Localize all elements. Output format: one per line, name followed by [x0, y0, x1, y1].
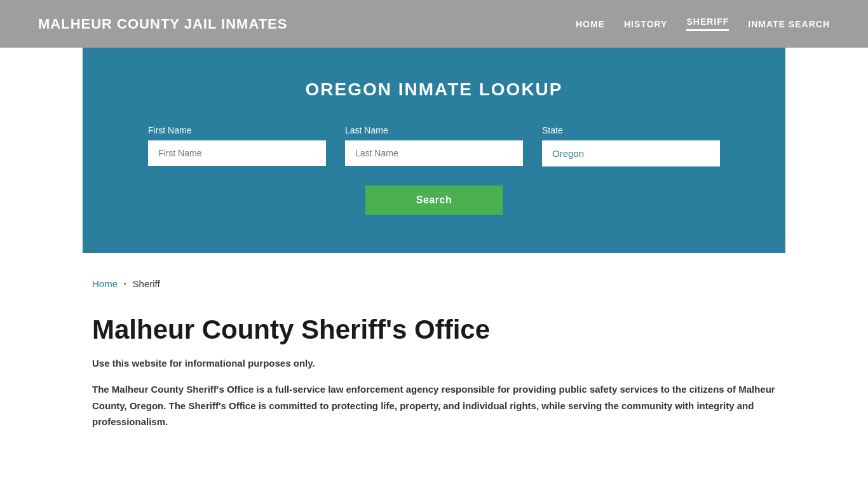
page-heading: Malheur County Sheriff's Office: [92, 315, 776, 345]
main-content: Malheur County Sheriff's Office Use this…: [0, 302, 868, 456]
last-name-group: Last Name: [345, 125, 523, 166]
state-group: State: [542, 125, 720, 166]
first-name-input[interactable]: [148, 140, 326, 166]
last-name-label: Last Name: [345, 125, 523, 135]
content-subtitle: Use this website for informational purpo…: [92, 358, 776, 369]
nav-history[interactable]: HISTORY: [624, 19, 667, 29]
state-input[interactable]: [542, 140, 720, 166]
header: MALHEUR COUNTY JAIL INMATES HOME HISTORY…: [0, 0, 868, 48]
breadcrumb: Home • Sheriff: [0, 253, 868, 302]
nav-inmate-search[interactable]: INMATE SEARCH: [748, 19, 830, 29]
search-button[interactable]: Search: [365, 186, 503, 215]
search-section: OREGON INMATE LOOKUP First Name Last Nam…: [83, 48, 785, 253]
search-fields: First Name Last Name State: [121, 125, 747, 166]
breadcrumb-current: Sheriff: [133, 278, 160, 289]
first-name-label: First Name: [148, 125, 326, 135]
last-name-input[interactable]: [345, 140, 523, 166]
breadcrumb-separator: •: [124, 280, 126, 287]
state-label: State: [542, 125, 720, 135]
site-title: MALHEUR COUNTY JAIL INMATES: [38, 16, 287, 32]
nav-sheriff[interactable]: SHERIFF: [686, 17, 729, 31]
content-description: The Malheur County Sheriff's Office is a…: [92, 381, 776, 430]
search-button-wrap: Search: [121, 186, 747, 215]
search-title: OREGON INMATE LOOKUP: [121, 79, 747, 100]
breadcrumb-home[interactable]: Home: [92, 278, 118, 289]
first-name-group: First Name: [148, 125, 326, 166]
nav-home[interactable]: HOME: [576, 19, 605, 29]
main-nav: HOME HISTORY SHERIFF INMATE SEARCH: [576, 17, 830, 31]
